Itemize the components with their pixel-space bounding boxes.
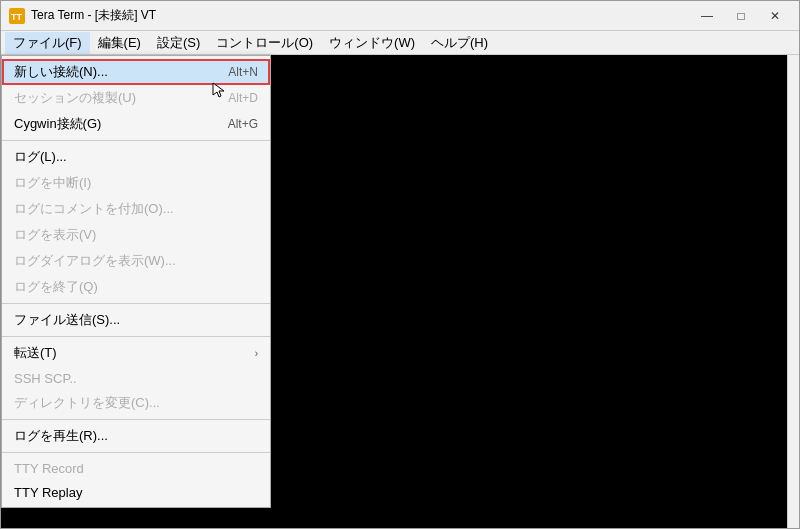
menu-window[interactable]: ウィンドウ(W) bbox=[321, 32, 423, 54]
menu-log-pause: ログを中断(I) bbox=[2, 170, 270, 196]
transfer-arrow-icon: › bbox=[255, 348, 258, 359]
menu-window-label: ウィンドウ(W) bbox=[329, 34, 415, 52]
new-connection-label: 新しい接続(N)... bbox=[14, 63, 208, 81]
log-dialog-label: ログダイアログを表示(W)... bbox=[14, 252, 258, 270]
separator-5 bbox=[2, 452, 270, 453]
menu-bar: ファイル(F) 編集(E) 設定(S) コントロール(O) ウィンドウ(W) ヘ… bbox=[1, 31, 799, 55]
menu-session-copy: セッションの複製(U) Alt+D bbox=[2, 85, 270, 111]
session-copy-label: セッションの複製(U) bbox=[14, 89, 208, 107]
ssh-scp-label: SSH SCP.. bbox=[14, 371, 258, 386]
separator-2 bbox=[2, 303, 270, 304]
separator-3 bbox=[2, 336, 270, 337]
main-window: TT Tera Term - [未接続] VT — □ ✕ ファイル(F) 編集… bbox=[0, 0, 800, 529]
separator-1 bbox=[2, 140, 270, 141]
menu-help[interactable]: ヘルプ(H) bbox=[423, 32, 496, 54]
menu-log-comment: ログにコメントを付加(O)... bbox=[2, 196, 270, 222]
menu-change-dir: ディレクトリを変更(C)... bbox=[2, 390, 270, 416]
menu-edit-label: 編集(E) bbox=[98, 34, 141, 52]
menu-settings[interactable]: 設定(S) bbox=[149, 32, 208, 54]
minimize-button[interactable]: — bbox=[691, 5, 723, 27]
title-bar: TT Tera Term - [未接続] VT — □ ✕ bbox=[1, 1, 799, 31]
cygwin-label: Cygwin接続(G) bbox=[14, 115, 208, 133]
separator-4 bbox=[2, 419, 270, 420]
tty-replay-label: TTY Replay bbox=[14, 485, 258, 500]
menu-log-dialog: ログダイアログを表示(W)... bbox=[2, 248, 270, 274]
terminal-scrollbar[interactable] bbox=[787, 55, 799, 528]
session-copy-shortcut: Alt+D bbox=[228, 91, 258, 105]
file-dropdown-menu: 新しい接続(N)... Alt+N セッションの複製(U) Alt+D Cygw… bbox=[1, 55, 271, 508]
window-controls: — □ ✕ bbox=[691, 5, 791, 27]
menu-log[interactable]: ログ(L)... bbox=[2, 144, 270, 170]
menu-settings-label: 設定(S) bbox=[157, 34, 200, 52]
content-area: 新しい接続(N)... Alt+N セッションの複製(U) Alt+D Cygw… bbox=[1, 55, 799, 528]
transfer-label: 転送(T) bbox=[14, 344, 255, 362]
log-end-label: ログを終了(Q) bbox=[14, 278, 258, 296]
log-replay-label: ログを再生(R)... bbox=[14, 427, 258, 445]
maximize-button[interactable]: □ bbox=[725, 5, 757, 27]
menu-transfer[interactable]: 転送(T) › bbox=[2, 340, 270, 366]
menu-file-label: ファイル(F) bbox=[13, 34, 82, 52]
log-show-label: ログを表示(V) bbox=[14, 226, 258, 244]
app-icon: TT bbox=[9, 8, 25, 24]
menu-file-send[interactable]: ファイル送信(S)... bbox=[2, 307, 270, 333]
svg-text:TT: TT bbox=[11, 12, 22, 22]
menu-file[interactable]: ファイル(F) bbox=[5, 32, 90, 54]
menu-new-connection[interactable]: 新しい接続(N)... Alt+N bbox=[2, 59, 270, 85]
new-connection-shortcut: Alt+N bbox=[228, 65, 258, 79]
log-pause-label: ログを中断(I) bbox=[14, 174, 258, 192]
menu-cygwin[interactable]: Cygwin接続(G) Alt+G bbox=[2, 111, 270, 137]
cygwin-shortcut: Alt+G bbox=[228, 117, 258, 131]
menu-edit[interactable]: 編集(E) bbox=[90, 32, 149, 54]
menu-help-label: ヘルプ(H) bbox=[431, 34, 488, 52]
change-dir-label: ディレクトリを変更(C)... bbox=[14, 394, 258, 412]
menu-control[interactable]: コントロール(O) bbox=[208, 32, 321, 54]
log-comment-label: ログにコメントを付加(O)... bbox=[14, 200, 258, 218]
menu-log-show: ログを表示(V) bbox=[2, 222, 270, 248]
tty-record-label: TTY Record bbox=[14, 461, 258, 476]
close-button[interactable]: ✕ bbox=[759, 5, 791, 27]
menu-tty-record: TTY Record bbox=[2, 456, 270, 480]
menu-log-replay[interactable]: ログを再生(R)... bbox=[2, 423, 270, 449]
menu-tty-replay[interactable]: TTY Replay bbox=[2, 480, 270, 504]
menu-control-label: コントロール(O) bbox=[216, 34, 313, 52]
log-label: ログ(L)... bbox=[14, 148, 258, 166]
file-send-label: ファイル送信(S)... bbox=[14, 311, 258, 329]
menu-log-end: ログを終了(Q) bbox=[2, 274, 270, 300]
window-title: Tera Term - [未接続] VT bbox=[31, 7, 691, 24]
menu-ssh-scp: SSH SCP.. bbox=[2, 366, 270, 390]
